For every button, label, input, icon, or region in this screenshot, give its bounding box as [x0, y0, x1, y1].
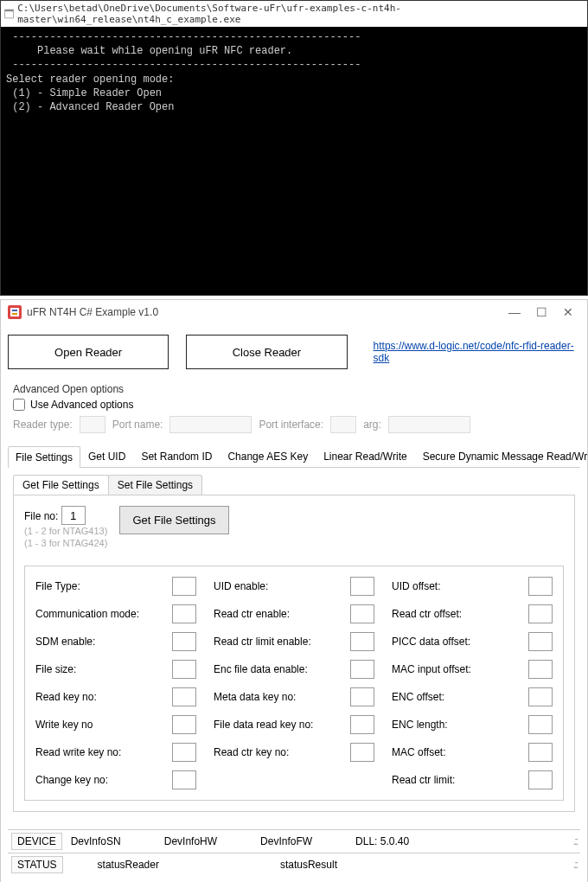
dev-info-fw: DevInfoFW — [260, 835, 312, 847]
mac-offset-input[interactable] — [528, 743, 553, 762]
uid-enable-label: UID enable: — [214, 580, 268, 592]
read-ctr-limit-input[interactable] — [528, 770, 553, 789]
file-no-hint1: (1 - 2 for NTAG413) — [24, 525, 107, 537]
window-title: uFR NT4H C# Example v1.0 — [27, 306, 158, 318]
sdk-link[interactable]: https://www.d-logic.net/code/nfc-rfid-re… — [374, 340, 580, 364]
tab-get-uid[interactable]: Get UID — [80, 445, 133, 467]
svg-rect-4 — [12, 310, 17, 311]
close-button[interactable]: ✕ — [563, 305, 573, 319]
console-icon — [4, 9, 14, 19]
reader-type-input — [80, 416, 105, 433]
change-key-no-label: Change key no: — [35, 774, 108, 786]
file-size-input[interactable] — [172, 660, 196, 679]
enc-length-label: ENC length: — [392, 719, 448, 731]
console-output: ----------------------------------------… — [1, 27, 587, 295]
port-name-input — [169, 416, 252, 433]
write-key-no-input[interactable] — [172, 715, 196, 734]
app-window: uFR NT4H C# Example v1.0 — ☐ ✕ Open Read… — [0, 299, 588, 882]
file-type-label: File Type: — [35, 580, 80, 592]
enc-file-data-enable-input[interactable] — [350, 660, 374, 679]
read-ctr-enable-input[interactable] — [350, 604, 374, 623]
titlebar: uFR NT4H C# Example v1.0 — ☐ ✕ — [1, 300, 587, 324]
meta-data-key-no-label: Meta data key no: — [214, 691, 296, 703]
sdm-enable-input[interactable] — [172, 632, 196, 651]
comm-mode-input[interactable] — [172, 604, 196, 623]
arg-label: arg: — [363, 419, 381, 431]
get-file-settings-button[interactable]: Get File Settings — [119, 506, 228, 534]
write-key-no-label: Write key no — [35, 719, 93, 731]
uid-offset-label: UID offset: — [392, 580, 440, 592]
read-ctr-key-no-label: Read ctr key no: — [214, 746, 289, 758]
picc-data-offset-input[interactable] — [528, 632, 553, 651]
enc-file-data-enable-label: Enc file data enable: — [214, 663, 308, 675]
read-ctr-offset-label: Read ctr offset: — [392, 608, 462, 620]
svg-rect-1 — [5, 10, 14, 11]
read-ctr-limit-label: Read ctr limit: — [392, 774, 455, 786]
tab-sdm-rw[interactable]: Secure Dynamic Message Read/Write — [415, 445, 588, 467]
enc-length-input[interactable] — [528, 715, 553, 734]
file-size-label: File size: — [35, 663, 76, 675]
use-advanced-checkbox[interactable] — [13, 399, 25, 411]
meta-data-key-no-input[interactable] — [350, 687, 374, 706]
file-data-read-key-no-input[interactable] — [350, 715, 374, 734]
status-reader: statusReader — [98, 859, 159, 871]
file-no-input[interactable] — [61, 506, 86, 525]
change-key-no-input[interactable] — [172, 770, 196, 789]
read-ctr-key-no-input[interactable] — [350, 743, 374, 762]
read-write-key-no-input[interactable] — [172, 743, 196, 762]
console-window: C:\Users\betad\OneDrive\Documents\Softwa… — [0, 0, 588, 296]
read-ctr-offset-input[interactable] — [528, 604, 553, 623]
file-type-input[interactable] — [172, 577, 196, 596]
sub-tabs: Get File Settings Set File Settings — [13, 475, 580, 495]
port-interface-input — [330, 416, 356, 433]
picc-data-offset-label: PICC data offset: — [392, 636, 470, 648]
sdm-enable-label: SDM enable: — [35, 636, 95, 648]
maximize-button[interactable]: ☐ — [536, 305, 547, 319]
resize-grip-icon: .:: — [573, 835, 577, 847]
tab-change-aes-key[interactable]: Change AES Key — [220, 445, 316, 467]
svg-rect-5 — [12, 313, 17, 315]
uid-enable-input[interactable] — [350, 577, 374, 596]
reader-type-label: Reader type: — [13, 419, 73, 431]
close-reader-button[interactable]: Close Reader — [186, 335, 347, 369]
comm-mode-label: Communication mode: — [35, 608, 139, 620]
read-ctr-limit-enable-input[interactable] — [350, 632, 374, 651]
minimize-button[interactable]: — — [508, 305, 521, 319]
read-ctr-enable-label: Read ctr enable: — [214, 608, 290, 620]
tab-file-settings[interactable]: File Settings — [8, 446, 80, 468]
device-label: DEVICE — [11, 833, 62, 850]
use-advanced-label: Use Advanced options — [30, 399, 133, 411]
fields-grid: File Type: UID enable: UID offset: Commu… — [24, 566, 564, 801]
status-row-status: STATUS statusReader statusResult .:: — [8, 853, 580, 876]
mac-input-offset-input[interactable] — [528, 660, 553, 679]
app-icon — [8, 305, 22, 319]
uid-offset-input[interactable] — [528, 577, 553, 596]
mac-offset-label: MAC offset: — [392, 746, 445, 758]
port-interface-label: Port interface: — [259, 419, 323, 431]
file-settings-panel: File no: (1 - 2 for NTAG413) (1 - 3 for … — [13, 495, 575, 812]
main-tabs: File Settings Get UID Set Random ID Chan… — [8, 445, 580, 468]
enc-offset-input[interactable] — [528, 687, 553, 706]
console-title-text: C:\Users\betad\OneDrive\Documents\Softwa… — [17, 3, 584, 25]
read-ctr-limit-enable-label: Read ctr limit enable: — [214, 636, 311, 648]
read-write-key-no-label: Read write key no: — [35, 746, 121, 758]
dll-version: DLL: 5.0.40 — [355, 835, 409, 847]
status-label: STATUS — [11, 856, 63, 873]
console-titlebar: C:\Users\betad\OneDrive\Documents\Softwa… — [1, 1, 587, 27]
resize-grip-icon: .:: — [573, 859, 577, 871]
tab-set-random-id[interactable]: Set Random ID — [133, 445, 220, 467]
subtab-get-file-settings[interactable]: Get File Settings — [13, 475, 109, 495]
subtab-set-file-settings[interactable]: Set File Settings — [108, 475, 202, 495]
read-key-no-input[interactable] — [172, 687, 196, 706]
dev-info-hw: DevInfoHW — [164, 835, 217, 847]
advanced-legend: Advanced Open options — [13, 383, 580, 395]
dev-info-sn: DevInfoSN — [71, 835, 121, 847]
status-row-device: DEVICE DevInfoSN DevInfoHW DevInfoFW DLL… — [8, 829, 580, 853]
svg-rect-3 — [10, 308, 19, 316]
file-data-read-key-no-label: File data read key no: — [214, 719, 313, 731]
file-no-hint2: (1 - 3 for NTAG424) — [24, 537, 107, 549]
tab-linear-rw[interactable]: Linear Read/Write — [316, 445, 415, 467]
mac-input-offset-label: MAC input offset: — [392, 663, 471, 675]
read-key-no-label: Read key no: — [35, 691, 97, 703]
open-reader-button[interactable]: Open Reader — [8, 335, 169, 369]
